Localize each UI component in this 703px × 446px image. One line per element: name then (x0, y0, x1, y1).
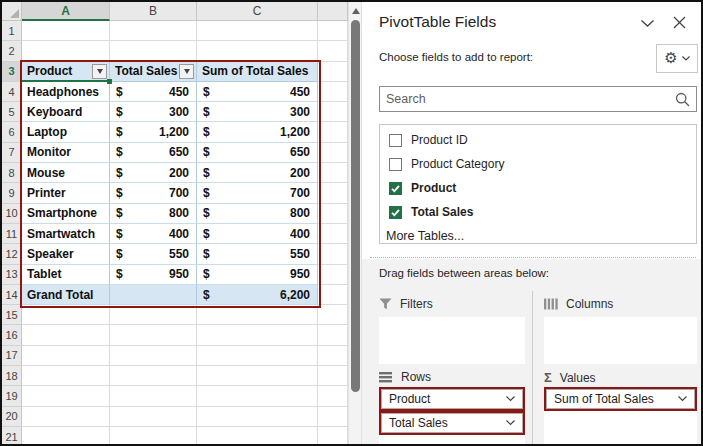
pivot-cell-value[interactable]: $300 (197, 102, 318, 122)
row-header[interactable]: 12 (2, 244, 22, 264)
cell[interactable] (110, 305, 197, 325)
cell[interactable] (197, 427, 318, 444)
checkbox-checked[interactable] (389, 182, 402, 195)
pivot-cell-value[interactable]: $700 (197, 183, 318, 203)
row-header[interactable]: 1 (2, 21, 22, 41)
field-item-total-sales[interactable]: Total Sales (380, 200, 696, 224)
cell[interactable] (318, 62, 348, 82)
pivot-cell-product[interactable]: Laptop (22, 122, 110, 142)
pivot-header-product[interactable]: Product (22, 62, 110, 82)
row-header[interactable]: 2 (2, 41, 22, 61)
rows-field-pill-product[interactable]: Product (381, 389, 523, 409)
vertical-scrollbar[interactable] (348, 2, 361, 444)
pivot-cell-value[interactable]: $550 (197, 244, 318, 264)
chevron-down-icon[interactable] (506, 420, 515, 426)
cell[interactable] (318, 183, 348, 203)
cell[interactable] (318, 366, 348, 386)
columns-drop-well[interactable] (544, 317, 697, 364)
cell[interactable] (110, 427, 197, 444)
cell[interactable] (197, 346, 318, 366)
column-header-c[interactable]: C (197, 2, 318, 21)
row-header[interactable]: 18 (2, 366, 22, 386)
row-header[interactable]: 13 (2, 265, 22, 285)
column-header-b[interactable]: B (110, 2, 197, 21)
chevron-down-icon[interactable] (506, 396, 515, 402)
cell[interactable] (22, 21, 110, 41)
cell[interactable] (22, 407, 110, 427)
row-header[interactable]: 14 (2, 285, 22, 305)
column-header-a[interactable]: A (22, 2, 110, 21)
filter-dropdown-button[interactable] (179, 64, 194, 79)
cell[interactable] (318, 21, 348, 41)
pivot-cell-value[interactable]: $300 (110, 102, 197, 122)
cell[interactable] (318, 82, 348, 102)
cell[interactable] (318, 305, 348, 325)
cell[interactable] (318, 285, 348, 305)
pivot-cell-value[interactable]: $950 (197, 265, 318, 285)
row-header[interactable]: 17 (2, 346, 22, 366)
row-header[interactable]: 4 (2, 82, 22, 102)
cell[interactable] (197, 305, 318, 325)
pivot-cell-value[interactable]: $550 (110, 244, 197, 264)
column-header-d[interactable] (318, 2, 348, 21)
values-drop-well[interactable]: Sum of Total Sales (544, 387, 697, 444)
pivot-cell-product[interactable]: Tablet (22, 265, 110, 285)
cell[interactable] (22, 325, 110, 345)
pivot-cell-value[interactable]: $200 (110, 163, 197, 183)
row-header[interactable]: 8 (2, 163, 22, 183)
cell[interactable] (318, 386, 348, 406)
chevron-down-icon[interactable] (678, 396, 687, 402)
cell[interactable] (318, 122, 348, 142)
chevron-down-icon[interactable] (640, 19, 655, 28)
cell[interactable] (22, 427, 110, 444)
cell[interactable] (110, 41, 197, 61)
tools-gear-button[interactable]: ⚙ (656, 44, 698, 73)
cell[interactable] (318, 204, 348, 224)
row-header[interactable]: 6 (2, 122, 22, 142)
pivot-cell-value[interactable]: $1,200 (197, 122, 318, 142)
cell[interactable] (22, 366, 110, 386)
pivot-cell-value[interactable]: $800 (197, 204, 318, 224)
scrollbar-thumb[interactable] (351, 20, 360, 392)
cell[interactable] (110, 346, 197, 366)
cell[interactable] (22, 386, 110, 406)
cell[interactable] (22, 305, 110, 325)
rows-field-pill-total-sales[interactable]: Total Sales (381, 413, 523, 433)
cell[interactable] (197, 407, 318, 427)
values-field-pill-sum[interactable]: Sum of Total Sales (546, 389, 695, 409)
rows-drop-well[interactable]: Product Total Sales (379, 387, 525, 444)
checkbox-unchecked[interactable] (389, 158, 402, 171)
checkbox-checked[interactable] (389, 206, 402, 219)
pivot-cell-value[interactable]: $400 (197, 224, 318, 244)
row-header[interactable]: 19 (2, 386, 22, 406)
pivot-cell-value[interactable]: $950 (110, 265, 197, 285)
row-header[interactable]: 20 (2, 407, 22, 427)
search-input[interactable] (386, 92, 675, 106)
row-header[interactable]: 10 (2, 204, 22, 224)
cell[interactable] (110, 386, 197, 406)
cell[interactable] (110, 21, 197, 41)
row-header[interactable]: 3 (2, 62, 22, 82)
pivot-cell-product[interactable]: Speaker (22, 244, 110, 264)
pivot-cell-value[interactable]: $700 (110, 183, 197, 203)
pivot-cell-value[interactable]: $450 (110, 82, 197, 102)
pivot-cell-value[interactable]: $200 (197, 163, 318, 183)
pivot-cell-product[interactable]: Monitor (22, 143, 110, 163)
cell[interactable] (110, 366, 197, 386)
pivot-grand-total-label[interactable]: Grand Total (22, 285, 110, 305)
pivot-cell-product[interactable]: Printer (22, 183, 110, 203)
pivot-cell-product[interactable]: Keyboard (22, 102, 110, 122)
pivot-header-sum[interactable]: Sum of Total Sales (197, 62, 318, 82)
search-icon[interactable] (675, 92, 690, 107)
pivot-header-total-sales[interactable]: Total Sales (110, 62, 197, 82)
pivot-cell-value[interactable]: $450 (197, 82, 318, 102)
row-header[interactable]: 5 (2, 102, 22, 122)
cell[interactable] (318, 325, 348, 345)
pivot-cell-product[interactable]: Smartwatch (22, 224, 110, 244)
cell[interactable] (110, 407, 197, 427)
cell[interactable] (318, 143, 348, 163)
row-header[interactable]: 16 (2, 325, 22, 345)
cell[interactable] (318, 244, 348, 264)
close-icon[interactable] (673, 16, 686, 29)
cell[interactable] (318, 427, 348, 444)
